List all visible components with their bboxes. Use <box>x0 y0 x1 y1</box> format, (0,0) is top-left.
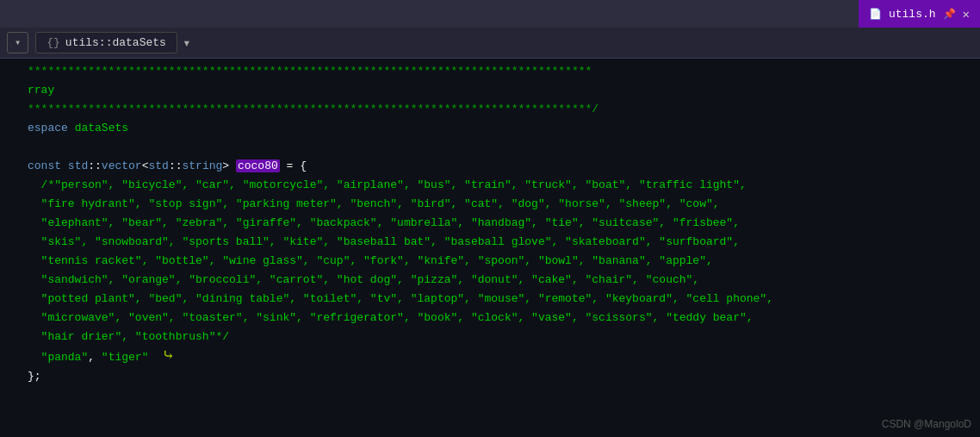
code-container: ****************************************… <box>0 59 980 437</box>
line: "sandwich", "orange", "broccoli", "carro… <box>28 271 973 290</box>
title-tab[interactable]: 📄 utils.h 📌 ✕ <box>859 0 980 28</box>
line: ****************************************… <box>28 100 973 119</box>
code-content[interactable]: ****************************************… <box>21 59 980 437</box>
line <box>28 138 973 157</box>
line: const std::vector<std::string> coco80 = … <box>28 157 973 176</box>
line: "panda", "tiger" ⤷ <box>28 346 973 367</box>
chevron-down-icon: ▾ <box>183 36 191 52</box>
tab-item[interactable]: {} utils::dataSets <box>35 32 177 53</box>
title-bar: 📄 utils.h 📌 ✕ <box>0 0 980 28</box>
line: "elephant", "bear", "zebra", "giraffe", … <box>28 214 973 233</box>
close-icon[interactable]: ✕ <box>963 7 970 22</box>
line: "hair drier", "toothbrush"*/ <box>28 328 973 346</box>
watermark: CSDN @MangoloD <box>882 418 971 430</box>
pin-icon[interactable]: 📌 <box>943 8 956 21</box>
editor-area: ****************************************… <box>0 59 980 437</box>
line: }; <box>28 367 973 386</box>
tab-dropdown-right[interactable]: ▾ <box>183 34 191 52</box>
file-icon: 📄 <box>869 8 882 21</box>
symbol-icon: {} <box>47 36 60 49</box>
line: rray <box>28 81 973 100</box>
line: "potted plant", "bed", "dining table", "… <box>28 290 973 309</box>
tab-name: utils::dataSets <box>65 36 166 49</box>
line: "fire hydrant", "stop sign", "parking me… <box>28 195 973 214</box>
tab-bar: ▾ {} utils::dataSets ▾ <box>0 28 980 59</box>
chevron-down-icon: ▾ <box>15 36 21 49</box>
line: ****************************************… <box>28 62 973 81</box>
tab-dropdown-left[interactable]: ▾ <box>7 32 28 53</box>
line: /*"person", "bicycle", "car", "motorcycl… <box>28 176 973 195</box>
line-numbers <box>0 59 21 437</box>
title-filename: utils.h <box>889 8 936 21</box>
line: "tennis racket", "bottle", "wine glass",… <box>28 252 973 271</box>
line: "skis", "snowboard", "sports ball", "kit… <box>28 233 973 252</box>
line: "microwave", "oven", "toaster", "sink", … <box>28 309 973 328</box>
line: espace dataSets <box>28 119 973 138</box>
